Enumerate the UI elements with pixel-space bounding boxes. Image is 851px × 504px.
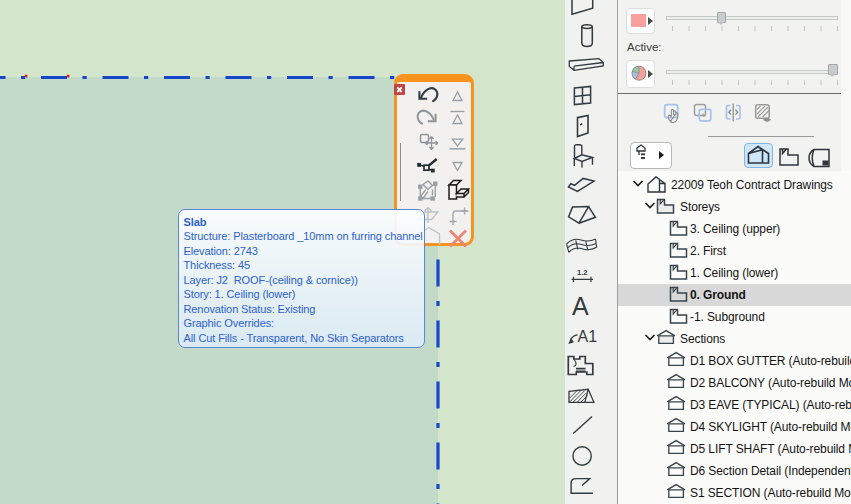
svg-text:1.2: 1.2 (577, 268, 587, 277)
svg-text:A: A (572, 292, 589, 320)
svg-text:A1: A1 (578, 328, 598, 345)
